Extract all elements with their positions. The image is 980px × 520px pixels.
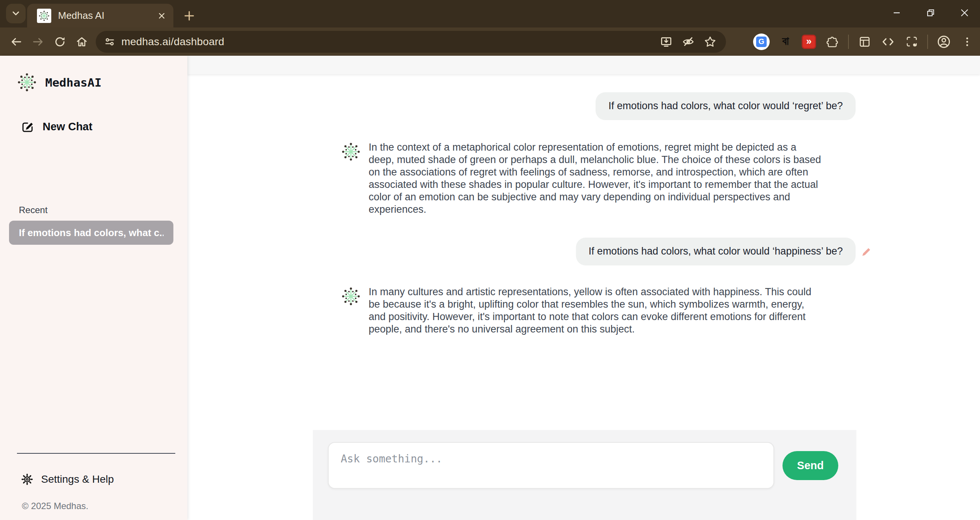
new-chat-icon — [21, 120, 34, 133]
send-button[interactable]: Send — [783, 451, 838, 480]
settings-help-button[interactable]: Settings & Help — [21, 473, 114, 486]
install-app-button[interactable] — [658, 33, 675, 50]
address-bar[interactable]: medhas.ai/dashboard — [96, 31, 726, 53]
profile-button[interactable] — [936, 34, 951, 49]
window-minimize-button[interactable] — [888, 4, 905, 21]
translate-icon: G — [756, 36, 767, 47]
translate-extension-button[interactable]: G — [753, 33, 770, 50]
recent-section-label: Recent — [19, 205, 48, 216]
assistant-message-text: In the context of a metaphorical color r… — [369, 141, 824, 216]
composer-panel: Send — [313, 430, 856, 520]
new-tab-button[interactable] — [180, 7, 198, 25]
assistant-message: In many cultures and artistic representa… — [313, 286, 856, 336]
forward-arrow-icon — [31, 35, 45, 49]
toolbar-separator — [848, 35, 849, 49]
code-icon — [881, 35, 895, 49]
assistant-avatar — [341, 287, 361, 306]
url-text[interactable]: medhas.ai/dashboard — [121, 36, 224, 48]
recent-chat-item[interactable]: If emotions had colors, what c... — [9, 220, 173, 245]
brand-name: MedhasAI — [45, 76, 102, 89]
browser-tab[interactable]: Medhas AI — [27, 4, 173, 27]
app-window: MedhasAI New Chat Recent If emotions had… — [0, 56, 980, 520]
tab-close-icon[interactable] — [157, 11, 167, 21]
extensions-button[interactable] — [825, 34, 840, 49]
reload-icon — [53, 35, 67, 49]
settings-help-label: Settings & Help — [41, 473, 114, 485]
install-app-icon — [660, 35, 673, 49]
toolbar-separator — [927, 35, 928, 49]
browser-menu-button[interactable] — [959, 34, 975, 49]
forward-button[interactable] — [29, 33, 47, 51]
reload-button[interactable] — [51, 33, 68, 51]
extension-cluster: G বা » — [753, 33, 975, 50]
chat-messages: If emotions had colors, what color would… — [313, 74, 856, 336]
bookmark-star-icon — [703, 35, 717, 49]
plus-icon — [183, 10, 196, 22]
reading-mode-button[interactable] — [680, 33, 697, 50]
home-icon — [75, 35, 89, 49]
bangla-icon: বা — [782, 35, 789, 47]
video-speed-icon: » — [802, 35, 816, 49]
prompt-input[interactable] — [328, 442, 774, 489]
profile-icon — [936, 34, 951, 49]
browser-toolbar: medhas.ai/dashboard G বা — [0, 27, 980, 56]
brand: MedhasAI — [17, 72, 102, 92]
new-chat-label: New Chat — [43, 120, 92, 133]
user-message: If emotions had colors, what color would… — [313, 92, 856, 120]
sidebar-divider — [17, 453, 175, 454]
screen-capture-icon — [905, 35, 918, 49]
edit-message-icon[interactable] — [860, 245, 873, 258]
minimize-icon — [891, 7, 902, 19]
site-info-icon[interactable] — [103, 35, 116, 48]
chat-main: If emotions had colors, what color would… — [187, 56, 980, 520]
tab-search-button[interactable] — [6, 4, 25, 23]
medhas-logo-icon — [38, 10, 50, 21]
assistant-message-text: In many cultures and artistic representa… — [369, 286, 824, 336]
new-chat-button[interactable]: New Chat — [21, 120, 92, 133]
copyright-text: © 2025 Medhas. — [22, 501, 88, 511]
back-button[interactable] — [8, 33, 25, 51]
video-speed-extension-button[interactable]: » — [801, 34, 816, 49]
gear-icon — [21, 473, 33, 486]
restore-icon — [925, 7, 936, 19]
close-icon — [959, 7, 970, 19]
lens-capture-button[interactable] — [904, 34, 919, 49]
assistant-avatar — [341, 142, 361, 162]
sheets-panel-button[interactable] — [857, 34, 872, 49]
browser-tab-strip: Medhas AI — [0, 0, 980, 27]
home-button[interactable] — [73, 33, 91, 51]
window-restore-button[interactable] — [922, 4, 939, 21]
tab-title: Medhas AI — [58, 10, 157, 21]
puzzle-icon — [826, 35, 839, 49]
user-message-bubble: If emotions had colors, what color would… — [595, 92, 856, 120]
chevron-down-icon — [10, 7, 22, 20]
sidebar: MedhasAI New Chat Recent If emotions had… — [0, 56, 187, 520]
back-arrow-icon — [10, 35, 23, 49]
bangla-extension-button[interactable]: বা — [778, 34, 793, 49]
devtools-button[interactable] — [880, 34, 896, 49]
bookmark-button[interactable] — [702, 33, 718, 50]
user-message: If emotions had colors, what color would… — [313, 238, 856, 265]
assistant-message: In the context of a metaphorical color r… — [313, 141, 856, 216]
user-message-bubble: If emotions had colors, what color would… — [576, 238, 856, 265]
medhas-logo-icon — [17, 72, 37, 92]
table-icon — [858, 35, 872, 49]
three-dot-menu-icon — [961, 35, 974, 48]
main-header-bar — [187, 56, 980, 74]
window-controls — [888, 2, 973, 23]
eye-off-icon — [681, 35, 695, 49]
tab-favicon — [37, 9, 51, 23]
recent-chat-title: If emotions had colors, what c... — [19, 227, 164, 239]
window-close-button[interactable] — [956, 4, 973, 21]
